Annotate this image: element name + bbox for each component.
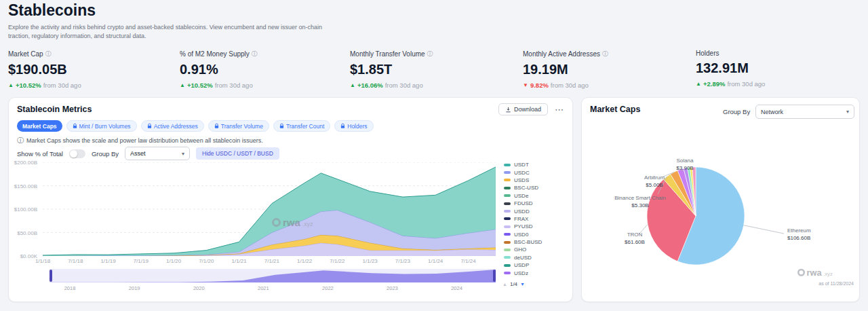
tab-transfer-volume[interactable]: Transfer Volume	[208, 120, 269, 132]
more-options-button[interactable]: ⋯	[555, 105, 564, 115]
stat-label: Market Cap	[8, 50, 43, 58]
legend-page-down-icon[interactable]: ▼	[520, 282, 525, 287]
tab-label: Holders	[347, 123, 367, 130]
x-tick-label: 1/1/24	[428, 258, 443, 264]
y-tick-label: $150.00B	[14, 183, 37, 189]
info-icon[interactable]: ⓘ	[252, 50, 258, 58]
legend-label: PYUSD	[514, 223, 533, 230]
group-by-select[interactable]: Asset ▾	[125, 147, 190, 160]
watermark-brand: rwa	[283, 217, 300, 228]
stat-value: 132.91M	[696, 60, 860, 76]
legend-item-usdp[interactable]: USDP	[504, 261, 542, 269]
x-tick-label: 7/1/19	[134, 258, 149, 264]
tab-transfer-count[interactable]: Transfer Count	[273, 120, 330, 132]
stat-card: % of M2 Money Supply ⓘ 0.91% ▲ +10.52% f…	[180, 50, 350, 89]
legend-label: USDS	[514, 177, 529, 183]
legend-label: FDUSD	[514, 200, 533, 206]
page-title: Stablecoins	[8, 1, 96, 20]
legend-color-swatch	[504, 264, 511, 267]
pie-label: Solana	[677, 158, 694, 164]
show-pct-toggle[interactable]	[69, 149, 85, 158]
timeline-brush[interactable]	[50, 269, 496, 282]
x-axis-labels: 1/1/187/1/181/1/197/1/191/1/207/1/201/1/…	[43, 258, 496, 265]
legend-color-swatch	[504, 171, 511, 174]
y-axis-labels: $0.00K$50.00B$100.00B$150.00B$200.00B	[9, 162, 40, 256]
download-label: Download	[514, 106, 541, 113]
pie-value-label: $3.90B	[676, 165, 693, 171]
legend-item-fdusd[interactable]: FDUSD	[504, 200, 542, 207]
legend-page-up-icon[interactable]: ▲	[502, 282, 507, 287]
tab-label: Mint / Burn Volumes	[79, 123, 131, 130]
pie-value-label: $5.00B	[646, 182, 663, 188]
info-icon[interactable]: ⓘ	[45, 50, 52, 58]
legend-color-swatch	[504, 272, 511, 274]
stat-card: Market Cap ⓘ $190.05B ▲ +10.52% from 30d…	[8, 50, 180, 89]
delta-suffix: from 30d ago	[727, 80, 765, 88]
watermark-suffix: .xyz	[302, 221, 313, 227]
legend-item-bsc-busd[interactable]: BSC-BUSD	[504, 238, 542, 246]
legend-item-usd0[interactable]: USD0	[504, 231, 542, 238]
pie-label: Binance Smart Chain	[614, 195, 666, 201]
legend-color-swatch	[504, 179, 511, 181]
delta-suffix: from 30d ago	[215, 81, 253, 89]
stat-card: Monthly Transfer Volume ⓘ $1.85T ▲ +16.0…	[350, 50, 523, 89]
chart-controls: Show % of Total Group By Asset ▾ Hide US…	[17, 147, 279, 160]
delta-percent: +16.06%	[357, 81, 383, 89]
delta-percent: +10.52%	[187, 81, 213, 89]
metrics-head-actions: Download ⋯	[498, 103, 564, 115]
legend-item-usdd[interactable]: USDD	[504, 207, 542, 215]
legend-label: USDe	[514, 193, 528, 199]
legend-color-swatch	[504, 217, 511, 220]
legend-item-pyusd[interactable]: PYUSD	[504, 223, 542, 230]
legend-item-usde[interactable]: USDe	[504, 192, 542, 200]
legend-item-usdc[interactable]: USDC	[504, 168, 542, 176]
brush-year-label: 2021	[258, 285, 269, 291]
tab-label: Market Caps	[22, 123, 57, 130]
metrics-info-line: ⓘ Market Caps shows the scale and power …	[17, 136, 263, 145]
legend-color-swatch	[504, 187, 511, 189]
delta-arrow-icon: ▲	[696, 81, 701, 87]
stacked-area-chart[interactable]	[43, 162, 496, 256]
hide-usdc-usdt-busd-button[interactable]: Hide USDC / USDT / BUSD	[196, 147, 279, 160]
stat-card: Monthly Active Addresses ⓘ 19.19M ▼ 9.82…	[523, 50, 696, 89]
lock-icon	[147, 123, 152, 129]
legend-label: USDz	[514, 270, 528, 276]
tab-active-addresses[interactable]: Active Addresses	[141, 120, 204, 132]
legend-item-bsc-usd[interactable]: BSC-USD	[504, 184, 542, 191]
y-tick-label: $50.00B	[17, 230, 37, 236]
info-icon[interactable]: ⓘ	[427, 50, 433, 58]
stat-value: 19.19M	[523, 62, 696, 77]
brush-year-label: 2024	[451, 285, 462, 291]
delta-arrow-icon: ▲	[350, 82, 355, 88]
y-tick-label: $100.00B	[14, 206, 37, 213]
x-tick-label: 1/1/20	[166, 258, 181, 264]
legend-page-indicator: 1/4	[510, 281, 517, 287]
delta-percent: 9.82%	[530, 81, 549, 89]
x-tick-label: 7/1/20	[199, 258, 214, 264]
pie-label: Arbitrum	[644, 175, 665, 181]
info-icon[interactable]: ⓘ	[602, 50, 608, 58]
toggle-knob	[70, 150, 77, 158]
legend-item-usdt[interactable]: USDT	[504, 161, 542, 168]
tab-holders[interactable]: Holders	[334, 120, 373, 132]
stat-value: $190.05B	[8, 62, 180, 77]
brush-year-label: 2023	[387, 285, 398, 291]
legend-item-frax[interactable]: FRAX	[504, 215, 542, 223]
legend-item-usds[interactable]: USDS	[504, 177, 542, 184]
pie-value-label: $61.60B	[625, 239, 645, 245]
tab-mint-burn-volumes[interactable]: Mint / Burn Volumes	[66, 120, 137, 132]
legend-label: USDC	[514, 170, 530, 176]
lock-icon	[73, 123, 77, 129]
stat-delta: ▲ +10.52% from 30d ago	[180, 81, 350, 89]
legend-item-usdz[interactable]: USDz	[504, 269, 542, 276]
tab-market-caps[interactable]: Market Caps	[17, 120, 62, 132]
legend-label: BSC-USD	[514, 185, 538, 191]
brush-year-labels: 2018201920202021202220232024	[50, 285, 496, 292]
delta-percent: +2.89%	[703, 80, 726, 88]
download-button[interactable]: Download	[498, 103, 548, 115]
legend-item-gho[interactable]: GHO	[504, 246, 542, 253]
legend-item-deusd[interactable]: deUSD	[504, 254, 542, 261]
legend-color-swatch	[504, 256, 511, 259]
legend-color-swatch	[504, 202, 511, 205]
legend-color-swatch	[504, 249, 511, 251]
